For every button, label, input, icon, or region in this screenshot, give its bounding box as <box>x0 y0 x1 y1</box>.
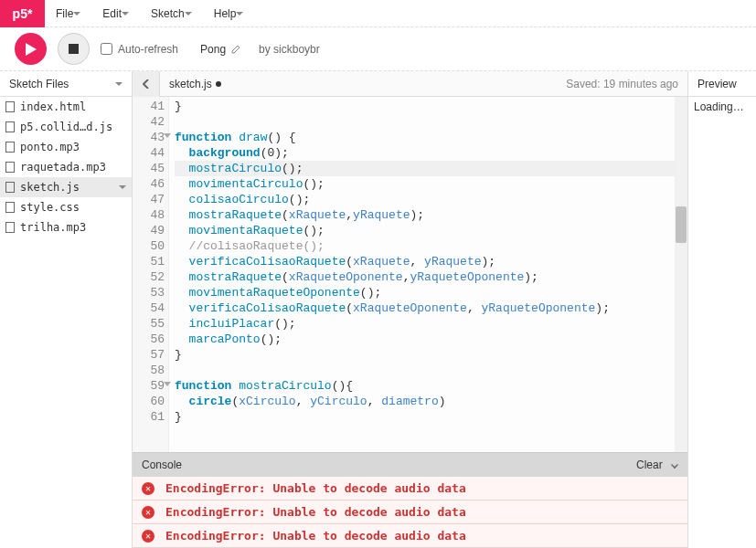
code-line[interactable]: marcaPonto(); <box>175 332 687 347</box>
file-name: trilha.mp3 <box>20 221 86 234</box>
p5-logo[interactable]: p5* <box>0 0 45 27</box>
code-line[interactable]: mostraCirculo(); <box>175 161 687 176</box>
caret-down-icon <box>185 12 192 16</box>
code-line[interactable]: } <box>175 409 687 425</box>
collapse-sidebar-button[interactable] <box>133 71 160 97</box>
sketch-name[interactable]: Pong <box>200 43 240 56</box>
file-icon <box>5 101 15 112</box>
code-line[interactable]: verificaColisaoRaquete(xRaquete, yRaquet… <box>175 254 687 269</box>
code-line[interactable]: movimentaRaqueteOponente(); <box>175 285 687 300</box>
line-number: 48 <box>133 207 165 223</box>
fold-triangle-icon[interactable] <box>164 382 171 386</box>
file-sidebar: Sketch Files index.htmlp5.collid…d.jspon… <box>0 71 133 548</box>
caret-down-icon[interactable] <box>119 185 126 189</box>
line-number: 56 <box>133 332 165 347</box>
file-item[interactable]: p5.collid…d.js <box>0 117 132 137</box>
console-clear-button[interactable]: Clear <box>636 458 663 471</box>
line-number: 58 <box>133 363 165 378</box>
menu-edit[interactable]: Edit <box>91 0 140 27</box>
code-line[interactable]: } <box>175 347 687 363</box>
line-number: 41 <box>133 99 165 114</box>
file-item[interactable]: ponto.mp3 <box>0 137 132 157</box>
console-panel: Console Clear ✕EncodingError: Unable to … <box>133 452 687 548</box>
line-number: 46 <box>133 176 165 192</box>
caret-down-icon <box>115 82 122 86</box>
file-name: style.css <box>20 201 80 214</box>
menu-sketch[interactable]: Sketch <box>140 0 203 27</box>
error-text: EncodingError: Unable to decode audio da… <box>165 481 466 495</box>
fold-triangle-icon[interactable] <box>164 133 171 138</box>
code-line[interactable]: function draw() { <box>175 130 687 145</box>
svg-marker-0 <box>26 43 37 56</box>
line-number: 55 <box>133 316 165 332</box>
console-row: ✕EncodingError: Unable to decode audio d… <box>133 501 687 524</box>
editor-header: sketch.js Saved: 19 minutes ago <box>133 71 687 97</box>
editor-tab[interactable]: sketch.js <box>160 78 230 90</box>
sidebar-title: Sketch Files <box>9 78 69 90</box>
file-name: raquetada.mp3 <box>20 161 106 174</box>
menu-label: File <box>56 7 73 20</box>
line-number: 49 <box>133 223 165 238</box>
code-line[interactable]: mostraRaquete(xRaquete,yRaquete); <box>175 207 687 223</box>
line-number: 52 <box>133 269 165 285</box>
console-row: ✕EncodingError: Unable to decode audio d… <box>133 477 687 501</box>
console-actions: Clear <box>636 458 678 471</box>
file-item[interactable]: sketch.js <box>0 177 132 197</box>
code-line[interactable]: } <box>175 99 687 114</box>
chevron-down-icon[interactable] <box>671 461 678 469</box>
svg-rect-1 <box>69 44 79 54</box>
code-line[interactable]: circle(xCirculo, yCirculo, diametro) <box>175 394 687 409</box>
line-number: 59 <box>133 378 165 394</box>
error-text: EncodingError: Unable to decode audio da… <box>165 529 466 543</box>
file-icon <box>5 182 15 193</box>
caret-down-icon <box>236 12 243 16</box>
file-item[interactable]: style.css <box>0 197 132 217</box>
preview-title: Preview <box>697 78 737 90</box>
menu-label: Edit <box>102 7 122 20</box>
code-line[interactable]: movimentaCirculo(); <box>175 176 687 192</box>
line-gutter: 4142434445464748495051525354555657585960… <box>133 97 169 452</box>
menu-help[interactable]: Help <box>203 0 255 27</box>
console-header: Console Clear <box>133 453 687 477</box>
line-number: 53 <box>133 285 165 300</box>
dirty-indicator-icon <box>216 81 221 87</box>
vertical-scrollbar[interactable] <box>675 97 687 452</box>
auto-refresh-checkbox[interactable] <box>101 43 112 55</box>
caret-down-icon <box>122 12 129 16</box>
code-line[interactable]: mostraRaquete(xRaqueteOponente,yRaqueteO… <box>175 269 687 285</box>
sketch-name-text: Pong <box>200 43 226 56</box>
code-line[interactable]: movimentaRaquete(); <box>175 223 687 238</box>
code-editor[interactable]: 4142434445464748495051525354555657585960… <box>133 97 687 452</box>
auto-refresh-toggle[interactable]: Auto-refresh <box>101 43 178 56</box>
file-name: index.html <box>20 100 86 113</box>
scrollbar-thumb[interactable] <box>676 206 687 243</box>
line-number: 47 <box>133 192 165 207</box>
code-line[interactable]: verificaColisaoRaquete(xRaqueteOponente,… <box>175 300 687 316</box>
top-menubar: p5* File Edit Sketch Help <box>0 0 756 27</box>
file-item[interactable]: trilha.mp3 <box>0 217 132 237</box>
saved-status: Saved: 19 minutes ago <box>566 78 687 90</box>
code-body[interactable]: } function draw() { background(0); mostr… <box>169 97 687 452</box>
line-number: 42 <box>133 114 165 130</box>
error-text: EncodingError: Unable to decode audio da… <box>165 505 466 519</box>
console-row: ✕EncodingError: Unable to decode audio d… <box>133 524 687 548</box>
code-line[interactable]: //colisaoRaquete(); <box>175 238 687 254</box>
code-line[interactable]: background(0); <box>175 145 687 161</box>
line-number: 60 <box>133 394 165 409</box>
sidebar-header[interactable]: Sketch Files <box>0 71 132 97</box>
code-line[interactable]: incluiPlacar(); <box>175 316 687 332</box>
console-body: ✕EncodingError: Unable to decode audio d… <box>133 477 687 548</box>
file-item[interactable]: raquetada.mp3 <box>0 157 132 177</box>
preview-body: Loading… <box>688 97 756 117</box>
code-line[interactable] <box>175 363 687 378</box>
code-line[interactable]: function mostraCirculo(){ <box>175 378 687 394</box>
file-name: ponto.mp3 <box>20 141 80 153</box>
main-area: Sketch Files index.htmlp5.collid…d.jspon… <box>0 71 756 548</box>
play-button[interactable] <box>15 33 47 65</box>
code-line[interactable]: colisaoCirculo(); <box>175 192 687 207</box>
menu-file[interactable]: File <box>45 0 91 27</box>
error-icon: ✕ <box>142 482 154 495</box>
stop-button[interactable] <box>58 33 90 65</box>
file-item[interactable]: index.html <box>0 97 132 117</box>
code-line[interactable] <box>175 114 687 130</box>
